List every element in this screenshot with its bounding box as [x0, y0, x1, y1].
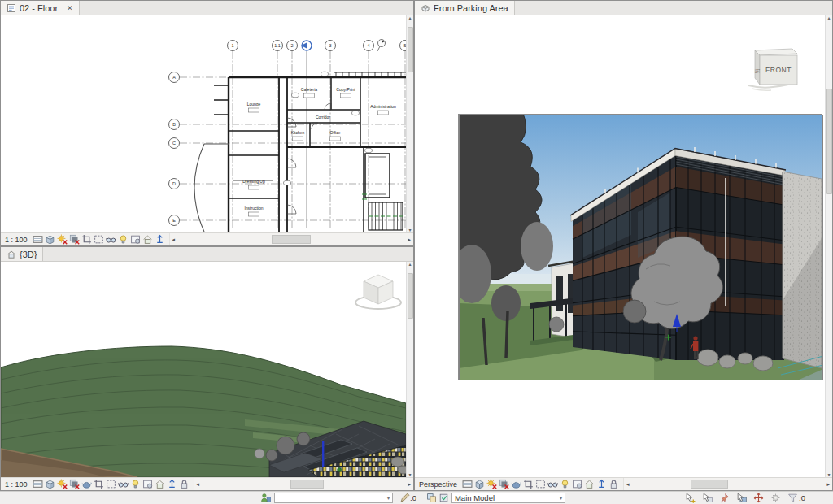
- horizontal-scrollbar[interactable]: ◂ ▸: [194, 478, 413, 490]
- horizontal-scrollbar[interactable]: ◂ ▸: [623, 478, 832, 490]
- design-option-dropdown[interactable]: Main Model ▾: [451, 493, 565, 503]
- svg-text:4: 4: [367, 43, 369, 48]
- crop-region-icon[interactable]: [535, 479, 546, 489]
- select-underlay-icon[interactable]: [702, 493, 713, 503]
- drag-on-selection-icon[interactable]: [753, 493, 764, 503]
- scroll-left-arrow[interactable]: ◂: [197, 481, 200, 487]
- detail-level-icon[interactable]: [33, 479, 43, 489]
- horizontal-scrollbar[interactable]: ◂ ▸: [169, 233, 413, 245]
- temporary-hide-icon[interactable]: [547, 479, 558, 489]
- crop-view-icon[interactable]: [81, 234, 92, 245]
- scroll-left-arrow[interactable]: ◂: [172, 237, 176, 242]
- reveal-hidden-icon[interactable]: [118, 234, 129, 245]
- perspective-canvas[interactable]: FRONT LEFT: [415, 15, 825, 477]
- scroll-thumb[interactable]: [408, 273, 413, 319]
- grid-bubbles-left: A B C D E: [169, 72, 180, 226]
- temporary-view-properties-icon[interactable]: [572, 479, 582, 489]
- vertical-scrollbar[interactable]: ▴ ▾: [406, 262, 413, 477]
- reveal-hidden-icon[interactable]: [560, 479, 570, 489]
- tab-3d-view[interactable]: {3D}: [1, 247, 43, 261]
- viewcube[interactable]: FRONT LEFT: [744, 40, 802, 92]
- section-marker[interactable]: [301, 41, 312, 50]
- settings-icon[interactable]: [770, 493, 781, 503]
- design-options-dialog-icon[interactable]: [426, 493, 437, 503]
- temporary-view-properties-icon[interactable]: [130, 234, 141, 245]
- room-label: Corridor: [316, 115, 330, 119]
- scale-button[interactable]: 1 : 100: [5, 236, 28, 244]
- room-label: Copy/Print: [336, 87, 355, 92]
- analytical-model-icon[interactable]: [142, 234, 153, 245]
- room-label: Lounge: [247, 102, 261, 106]
- temporary-view-properties-icon[interactable]: [142, 479, 153, 489]
- scroll-up-arrow[interactable]: ▴: [408, 15, 411, 20]
- shadows-icon[interactable]: [69, 234, 80, 245]
- vertical-scrollbar[interactable]: ▴ ▾: [406, 15, 413, 232]
- perspective-pane: From Parking Area FRONT LEFT: [414, 0, 833, 491]
- pin-marker[interactable]: [377, 40, 386, 52]
- active-only-icon[interactable]: [438, 493, 449, 503]
- active-design-option: Main Model: [455, 493, 495, 502]
- 3d-tabbar: {3D}: [1, 247, 413, 262]
- sun-path-icon[interactable]: [486, 479, 497, 489]
- scroll-right-arrow[interactable]: ▸: [408, 481, 411, 487]
- visual-style-icon[interactable]: [45, 234, 55, 245]
- scroll-thumb[interactable]: [272, 235, 311, 244]
- select-links-icon[interactable]: [685, 493, 696, 503]
- pers-tabbar: From Parking Area: [415, 1, 832, 15]
- vertical-scrollbar[interactable]: ▴ ▾: [825, 15, 832, 477]
- 3d-canvas[interactable]: [1, 262, 406, 477]
- visual-style-icon[interactable]: [474, 479, 485, 489]
- svg-text:3: 3: [329, 43, 331, 48]
- perspective-render[interactable]: [458, 114, 822, 380]
- detail-level-icon[interactable]: [33, 234, 43, 245]
- perspective-label[interactable]: Perspective: [419, 480, 457, 489]
- select-by-face-icon[interactable]: [736, 493, 747, 503]
- scroll-up-arrow[interactable]: ▴: [827, 15, 830, 20]
- filter-icon[interactable]: [787, 493, 798, 503]
- crop-region-icon[interactable]: [106, 479, 116, 489]
- close-icon[interactable]: ✕: [67, 4, 73, 12]
- sun-path-icon[interactable]: [57, 234, 68, 245]
- floor-plan-canvas[interactable]: 1 1.1 2 3 4 5 A B C D E: [1, 15, 406, 232]
- tab-from-parking-area[interactable]: From Parking Area: [415, 1, 515, 15]
- lock-3d-icon[interactable]: [179, 479, 190, 489]
- crop-region-icon[interactable]: [94, 234, 104, 245]
- crop-view-icon[interactable]: [94, 479, 104, 489]
- reveal-constraints-icon[interactable]: [596, 479, 607, 489]
- tab-floor-plan[interactable]: 02 - Floor ✕: [1, 1, 80, 15]
- temporary-hide-icon[interactable]: [106, 234, 116, 245]
- analytical-model-icon[interactable]: [584, 479, 595, 489]
- scroll-thumb[interactable]: [408, 27, 413, 72]
- scroll-thumb[interactable]: [826, 89, 832, 194]
- crop-view-icon[interactable]: [523, 479, 534, 489]
- floor-plan-pane: 02 - Floor ✕ 1 1.1 2 3 4 5 A: [0, 0, 414, 246]
- shadows-icon[interactable]: [69, 479, 80, 489]
- worksets-icon[interactable]: [260, 493, 271, 503]
- scale-button[interactable]: 1 : 100: [5, 480, 28, 489]
- select-pinned-icon[interactable]: [719, 493, 730, 503]
- render-icon[interactable]: [511, 479, 521, 489]
- visual-style-icon[interactable]: [45, 479, 55, 489]
- detail-level-icon[interactable]: [462, 479, 473, 489]
- reveal-hidden-icon[interactable]: [130, 479, 141, 489]
- reveal-constraints-icon[interactable]: [167, 479, 177, 489]
- scroll-right-arrow[interactable]: ▸: [408, 237, 411, 242]
- analytical-model-icon[interactable]: [155, 479, 165, 489]
- sun-path-icon[interactable]: [57, 479, 68, 489]
- scroll-thumb[interactable]: [691, 480, 728, 489]
- viewcube-top-face[interactable]: [755, 49, 797, 55]
- scroll-left-arrow[interactable]: ◂: [626, 481, 630, 487]
- viewcube[interactable]: [355, 275, 401, 309]
- temporary-hide-icon[interactable]: [118, 479, 129, 489]
- tab-title: From Parking Area: [434, 3, 508, 13]
- render-icon[interactable]: [81, 479, 92, 489]
- scroll-right-arrow[interactable]: ▸: [826, 481, 830, 487]
- tree-blob: [297, 432, 310, 445]
- shadows-icon[interactable]: [499, 479, 509, 489]
- editable-only-icon[interactable]: [399, 493, 410, 503]
- scroll-thumb[interactable]: [290, 480, 323, 489]
- workset-dropdown[interactable]: ▾: [274, 493, 393, 503]
- lock-3d-icon[interactable]: [608, 479, 619, 489]
- reveal-constraints-icon[interactable]: [155, 234, 165, 245]
- scroll-up-arrow[interactable]: ▴: [408, 262, 411, 267]
